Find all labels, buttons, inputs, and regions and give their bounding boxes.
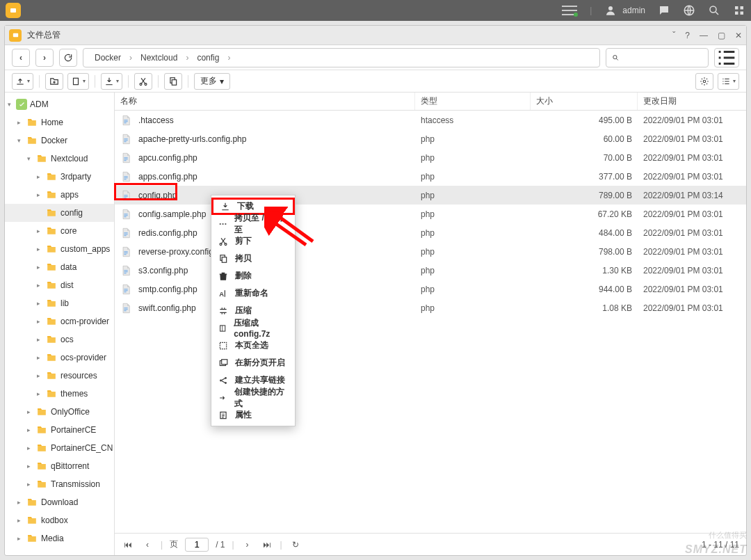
sidebar-item[interactable]: ▸data [5, 258, 114, 276]
table-row[interactable]: config.sample.phpphp67.20 KB2022/09/01 P… [115, 205, 746, 223]
file-icon [120, 190, 131, 201]
sidebar-item[interactable]: ▸dist [5, 276, 114, 294]
column-size[interactable]: 大小 [531, 93, 638, 110]
context-menu-item[interactable]: 创建快捷的方式 [211, 389, 295, 406]
sidebar-root[interactable]: ▾ADM [5, 95, 114, 113]
sidebar-item[interactable]: ▸custom_apps [5, 240, 114, 258]
sidebar-item[interactable]: ▸ocs-provider [5, 349, 114, 367]
cut-button[interactable] [134, 73, 152, 90]
column-date[interactable]: 更改日期 [638, 93, 746, 110]
copy-button[interactable] [164, 73, 182, 90]
system-bar: | admin [0, 0, 751, 21]
sidebar-item[interactable]: ▾Nextcloud [5, 150, 114, 168]
sidebar-item[interactable]: config [5, 204, 114, 222]
table-row[interactable]: apcu.config.phpphp70.00 B2022/09/01 PM 0… [115, 148, 746, 167]
refresh-button[interactable] [59, 49, 77, 67]
sidebar-item[interactable]: ▸ocs [5, 330, 114, 349]
sidebar-item[interactable]: ▸themes [5, 385, 114, 403]
selectall-icon [218, 341, 228, 351]
nav-row: ‹ › Docker›Nextcloud›config› [5, 45, 746, 70]
pager-first-button[interactable]: ⏮ [122, 540, 134, 550]
sidebar-item[interactable]: ▸resources [5, 367, 114, 385]
back-button[interactable]: ‹ [12, 49, 30, 67]
archive-icon [218, 323, 227, 333]
breadcrumb-item[interactable]: Docker [90, 53, 125, 63]
sidebar-item[interactable]: ▸Download [5, 493, 114, 511]
table-row[interactable]: smtp.config.phpphp944.00 B2022/09/01 PM … [115, 280, 746, 298]
search-input[interactable] [606, 48, 709, 67]
sidebar-item[interactable]: ▸3rdparty [5, 168, 114, 186]
window-help-icon[interactable]: ? [685, 31, 690, 40]
sidebar-item[interactable]: ▸core [5, 222, 114, 240]
column-type[interactable]: 类型 [415, 93, 531, 110]
file-icon [120, 227, 131, 239]
new-folder-button[interactable] [45, 73, 63, 90]
context-menu-item[interactable]: 重新命名 [211, 285, 295, 302]
context-menu-item[interactable]: 拷贝 [211, 250, 295, 267]
table-row[interactable]: config.phpphp789.00 B2022/09/01 PM 03:14 [115, 186, 746, 205]
context-menu-item[interactable]: 删除 [211, 267, 295, 285]
info-icon [218, 410, 228, 420]
context-menu[interactable]: 下载拷贝至 / 移动至剪下拷贝删除重新命名压缩压缩成config.7z本页全选在… [211, 195, 296, 426]
sidebar-item[interactable]: ▾Docker [5, 131, 114, 150]
table-header: 名称 类型 大小 更改日期 [115, 93, 746, 111]
more-button[interactable]: 更多 ▾ [194, 73, 230, 90]
sidebar-item[interactable]: ▸lib [5, 294, 114, 312]
context-menu-item[interactable]: 在新分页开启 [211, 354, 295, 371]
launcher-icon[interactable] [6, 3, 21, 18]
window-collapse-icon[interactable]: ˇ [672, 31, 675, 40]
breadcrumb[interactable]: Docker›Nextcloud›config› [83, 48, 600, 67]
context-menu-item[interactable]: 拷贝至 / 移动至 [211, 215, 295, 232]
pager-refresh-button[interactable]: ↻ [289, 540, 302, 550]
pager-total: / 1 [216, 540, 225, 550]
sidebar-item[interactable]: ▸Home [5, 113, 114, 131]
table-row[interactable]: swift.config.phpphp1.08 KB2022/09/01 PM … [115, 298, 746, 317]
menu-icon[interactable] [562, 5, 577, 16]
table-row[interactable]: apache-pretty-urls.config.phpphp60.00 B2… [115, 129, 746, 148]
sidebar-item[interactable]: ▸Media [5, 529, 114, 547]
sidebar-item[interactable]: ▸PortainerCE [5, 421, 114, 439]
sidebar-item[interactable]: ▸qBittorrent [5, 457, 114, 475]
pager-last-button[interactable]: ⏭ [261, 540, 273, 550]
file-icon [120, 209, 131, 220]
window-minimize-icon[interactable]: — [700, 31, 708, 40]
file-icon [120, 246, 131, 257]
view-toggle-button[interactable] [714, 48, 739, 67]
upload-button[interactable] [12, 73, 33, 90]
table-row[interactable]: s3.config.phpphp1.30 KB2022/09/01 PM 03:… [115, 261, 746, 280]
window-icon [9, 29, 22, 42]
breadcrumb-item[interactable]: Nextcloud [136, 53, 181, 63]
table-row[interactable]: reverse-proxy.config.phphp798.00 B2022/0… [115, 242, 746, 261]
chat-icon[interactable] [658, 4, 670, 17]
sidebar-item[interactable]: ▸Transmission [5, 475, 114, 493]
sort-button[interactable] [718, 73, 739, 90]
pager-page-input[interactable] [185, 538, 209, 552]
trash-icon [218, 271, 228, 281]
sidebar-item[interactable]: ▸OnlyOffice [5, 403, 114, 421]
pager-label: 页 [170, 538, 178, 550]
sidebar-item[interactable]: ▸apps [5, 186, 114, 204]
globe-icon[interactable] [683, 4, 695, 17]
breadcrumb-item[interactable]: config [193, 53, 223, 63]
table-row[interactable]: apps.config.phpphp377.00 B2022/09/01 PM … [115, 167, 746, 186]
file-icon [120, 115, 131, 126]
context-menu-item[interactable]: 本页全选 [211, 337, 295, 354]
settings-button[interactable] [695, 73, 713, 90]
download-button[interactable] [101, 73, 122, 90]
user-icon [604, 4, 617, 17]
table-row[interactable]: .htaccesshtaccess495.00 B2022/09/01 PM 0… [115, 111, 746, 129]
sidebar-item[interactable]: ▸PortainerCE_CN [5, 439, 114, 457]
forward-button[interactable]: › [35, 49, 54, 67]
newtab-icon [218, 358, 228, 368]
sidebar-item[interactable]: ▸ocm-provider [5, 312, 114, 330]
svg-rect-26 [74, 78, 79, 84]
new-file-button[interactable] [67, 73, 89, 90]
table-row[interactable]: redis.config.phpphp484.00 B2022/09/01 PM… [115, 223, 746, 242]
pager-next-button[interactable]: › [241, 540, 254, 550]
context-menu-item[interactable]: 压缩成config.7z [211, 319, 295, 337]
column-name[interactable]: 名称 [115, 93, 415, 110]
sidebar-item[interactable]: ▸kodbox [5, 511, 114, 529]
sidebar-tree[interactable]: ▾ADM▸Home▾Docker▾Nextcloud▸3rdparty▸apps… [5, 93, 115, 555]
user-profile[interactable]: admin [604, 4, 645, 17]
pager-prev-button[interactable]: ‹ [141, 540, 154, 550]
